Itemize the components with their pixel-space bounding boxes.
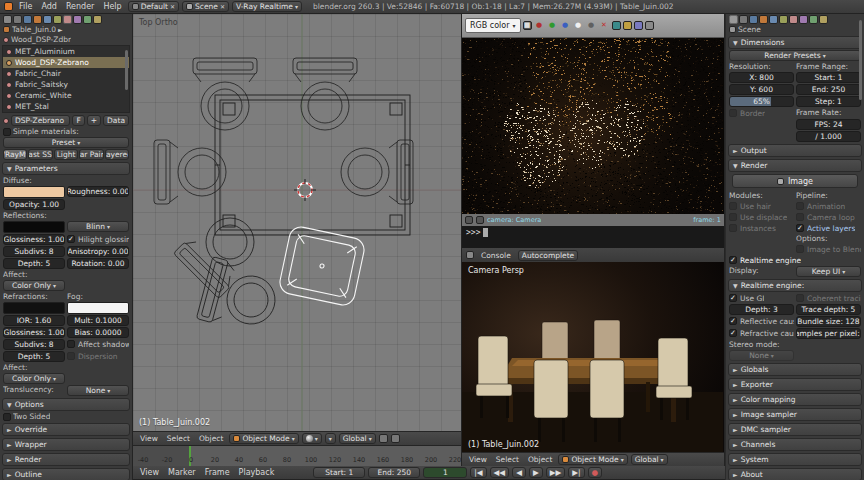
- viewport-camera-persp[interactable]: Camera Persp (1) Table_Juin.002 View Sel…: [462, 262, 725, 466]
- dmc-sampler-panel-header[interactable]: ►DMC sampler: [728, 423, 862, 436]
- render-presets-dropdown[interactable]: Render Presets▾: [729, 50, 861, 61]
- frame-step-field[interactable]: Step: 1: [796, 96, 861, 107]
- tab-material-icon[interactable]: [789, 15, 798, 24]
- globals-panel-header[interactable]: ►Globals: [728, 363, 862, 376]
- menu-object[interactable]: Object: [525, 455, 555, 464]
- outline-panel-header[interactable]: ►Outline: [2, 468, 130, 480]
- affect-shadows-checkbox[interactable]: Affect shadows: [67, 339, 129, 349]
- play-button[interactable]: ▶: [529, 467, 543, 478]
- material-name-field[interactable]: DSP-Zebrano: [11, 115, 70, 126]
- dispersion-checkbox[interactable]: Dispersion: [67, 351, 129, 361]
- coherent-tracing-checkbox[interactable]: Coherent tracing: [796, 293, 861, 303]
- screen-layout-select[interactable]: Default✕: [128, 1, 179, 12]
- gi-depth-field[interactable]: Depth: 3: [729, 304, 794, 315]
- breadcrumb-material[interactable]: Wood_DSP-Zdbr: [11, 35, 71, 44]
- tab-scene-icon[interactable]: [739, 15, 748, 24]
- frame-end-field[interactable]: End: 250: [368, 467, 420, 478]
- track-mouse-icon[interactable]: [634, 21, 643, 30]
- list-item[interactable]: MET_Aluminium: [3, 46, 129, 57]
- tab-particles-icon[interactable]: [809, 15, 818, 24]
- jump-to-end-button[interactable]: ▶|: [568, 467, 584, 478]
- menu-render[interactable]: Render: [63, 2, 97, 11]
- fps-base-field[interactable]: / 1.000: [796, 131, 861, 142]
- fps-field[interactable]: FPS: 24: [796, 119, 861, 130]
- tab-particles-icon[interactable]: [83, 15, 92, 24]
- next-keyframe-button[interactable]: ▶▶: [546, 467, 566, 478]
- orientation-dropdown[interactable]: Global▾: [631, 454, 668, 465]
- menu-file[interactable]: File: [16, 2, 35, 11]
- blender-logo-icon[interactable]: [4, 2, 13, 11]
- tab-light[interactable]: Light: [54, 149, 78, 160]
- close-icon[interactable]: ✕: [220, 3, 225, 10]
- tab-data-icon[interactable]: [779, 15, 788, 24]
- refractive-caustics-checkbox[interactable]: ✓Refractive caustics: [729, 328, 794, 338]
- mono-channel-icon[interactable]: ●: [586, 20, 597, 31]
- animation-checkbox[interactable]: Animation: [796, 201, 861, 211]
- tab-carpaint[interactable]: Car Paint: [79, 149, 103, 160]
- tab-modifiers-icon[interactable]: [769, 15, 778, 24]
- menu-view[interactable]: View: [137, 468, 162, 477]
- simple-materials-checkbox[interactable]: [3, 128, 11, 136]
- close-icon[interactable]: ✕: [170, 3, 175, 10]
- viewport-top-ortho[interactable]: Top Ortho (1) Table_Juin.002 View Select…: [133, 14, 462, 445]
- record-button[interactable]: ●: [588, 467, 603, 478]
- tab-texture-icon[interactable]: [799, 15, 808, 24]
- preset-dropdown[interactable]: Preset▾: [3, 137, 129, 148]
- menu-playback[interactable]: Playback: [236, 468, 278, 477]
- list-scrollbar[interactable]: [125, 50, 128, 90]
- tab-material-icon[interactable]: [63, 15, 72, 24]
- exporter-panel-header[interactable]: ►Exporter: [728, 378, 862, 391]
- refraction-glossiness-slider[interactable]: Glossiness: 1.00: [3, 327, 65, 338]
- list-item-selected[interactable]: Wood_DSP-Zebrano: [3, 57, 129, 68]
- blue-channel-icon[interactable]: ●: [560, 20, 571, 31]
- tab-texture-icon[interactable]: [73, 15, 82, 24]
- tab-object-icon[interactable]: [33, 15, 42, 24]
- clear-image-icon[interactable]: ✕: [599, 20, 610, 31]
- tab-world-icon[interactable]: [23, 15, 32, 24]
- wrapper-panel-header[interactable]: ►Wrapper: [2, 438, 130, 451]
- frame-end-field[interactable]: End: 250: [796, 84, 861, 95]
- override-panel-header[interactable]: ►Override: [2, 423, 130, 436]
- play-reverse-button[interactable]: ◀: [512, 467, 526, 478]
- green-channel-icon[interactable]: ●: [547, 20, 558, 31]
- parameters-panel-header[interactable]: ▼Parameters: [2, 162, 130, 175]
- current-frame-field[interactable]: 1: [423, 467, 467, 478]
- hilight-lock-checkbox[interactable]: ✓Hilight glossiness lock: [67, 234, 129, 244]
- save-image-icon[interactable]: ■: [523, 21, 532, 30]
- tab-world-icon[interactable]: [749, 15, 758, 24]
- refraction-color-swatch[interactable]: [3, 302, 65, 314]
- image-sampler-panel-header[interactable]: ►Image sampler: [728, 408, 862, 421]
- list-item[interactable]: Fabric_Saitsky: [3, 79, 129, 90]
- list-item[interactable]: Fabric_Chair: [3, 68, 129, 79]
- reflective-caustics-checkbox[interactable]: ✓Reflective caustics: [729, 316, 794, 326]
- active-layers-checkbox[interactable]: ✓Active layers: [796, 223, 861, 233]
- autocomplete-button[interactable]: Autocomplete: [518, 250, 578, 261]
- breadcrumb-object[interactable]: Table_Juin.0: [12, 25, 56, 34]
- tab-modifiers-icon[interactable]: [43, 15, 52, 24]
- tab-physics-icon[interactable]: [819, 15, 828, 24]
- fog-mult-field[interactable]: Mult: 0.1000: [67, 315, 129, 326]
- render-image-button[interactable]: Image: [732, 174, 858, 188]
- use-hair-checkbox[interactable]: Use hair: [729, 201, 794, 211]
- menu-help[interactable]: Help: [100, 2, 124, 11]
- tab-physics-icon[interactable]: [93, 15, 102, 24]
- scene-select[interactable]: Scene✕: [182, 1, 229, 12]
- reflection-affect-dropdown[interactable]: Color Only▾: [3, 280, 65, 291]
- ior-field[interactable]: IOR: 1.60: [3, 315, 65, 326]
- roughness-slider[interactable]: Roughness: 0.00: [67, 186, 129, 197]
- trace-depth-field[interactable]: Trace depth: 5: [796, 304, 861, 315]
- stamp-icon[interactable]: [645, 21, 654, 30]
- orientation-dropdown[interactable]: Global▾: [339, 433, 376, 444]
- render-opengl-icon[interactable]: [391, 434, 400, 443]
- color-correction-icon[interactable]: [612, 21, 621, 30]
- use-displace-checkbox[interactable]: Use displace: [729, 212, 794, 222]
- prev-keyframe-button[interactable]: ◀◀: [490, 467, 510, 478]
- bundle-size-field[interactable]: Bundle size: 128: [796, 316, 861, 327]
- reflection-color-swatch[interactable]: [3, 221, 65, 233]
- about-panel-header[interactable]: ►About: [728, 468, 862, 480]
- channels-panel-header[interactable]: ►Channels: [728, 438, 862, 451]
- brdf-dropdown[interactable]: Blinn▾: [67, 221, 129, 232]
- output-panel-header[interactable]: ►Output: [728, 144, 862, 157]
- two-sided-checkbox[interactable]: [3, 413, 11, 421]
- tab-object-icon[interactable]: [759, 15, 768, 24]
